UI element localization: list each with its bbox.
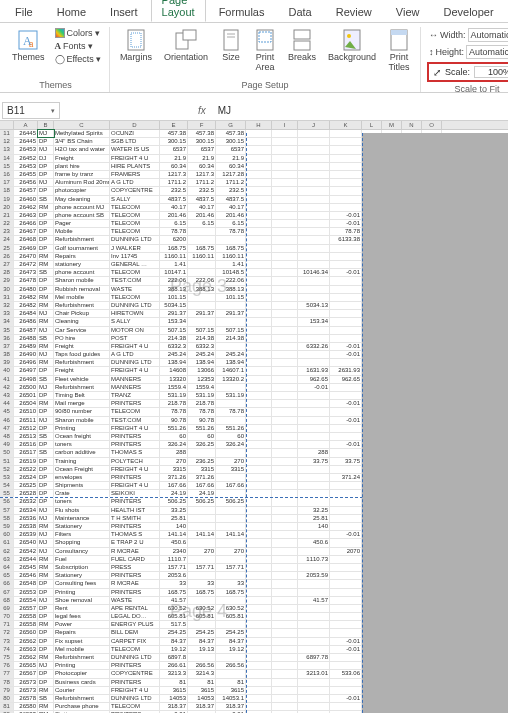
row-header[interactable]: 77 bbox=[0, 670, 14, 677]
cell[interactable] bbox=[272, 294, 298, 301]
cell[interactable] bbox=[330, 294, 362, 301]
cell[interactable]: 2053.59 bbox=[298, 572, 330, 579]
cell[interactable]: 41.57 bbox=[160, 597, 188, 604]
cell[interactable]: 78.78 bbox=[160, 408, 188, 415]
cell[interactable]: 26511 bbox=[14, 417, 38, 424]
cell[interactable]: Refurbishment bbox=[54, 359, 110, 366]
cell[interactable]: 551.26 bbox=[188, 425, 216, 432]
cell[interactable] bbox=[246, 589, 272, 596]
cell[interactable]: 1160.11 bbox=[160, 253, 188, 260]
row-header[interactable]: 45 bbox=[0, 408, 14, 415]
cell[interactable]: BILL DEM bbox=[110, 629, 160, 636]
cell[interactable]: 157.71 bbox=[216, 564, 246, 571]
cell[interactable]: 167.66 bbox=[160, 482, 188, 489]
cell[interactable] bbox=[298, 212, 330, 219]
cell[interactable]: 506.25 bbox=[160, 498, 188, 505]
cell[interactable]: 26500 bbox=[14, 384, 38, 391]
cell[interactable]: 6897.8 bbox=[160, 654, 188, 661]
cell[interactable] bbox=[246, 163, 272, 170]
cell[interactable]: 60 bbox=[216, 433, 246, 440]
cell[interactable]: DP bbox=[38, 638, 54, 645]
cell[interactable]: 26489 bbox=[14, 343, 38, 350]
cell[interactable]: CARPET FIX bbox=[110, 638, 160, 645]
cell[interactable] bbox=[246, 679, 272, 686]
cell[interactable]: 19.13 bbox=[188, 646, 216, 653]
row-header[interactable]: 17 bbox=[0, 179, 14, 186]
cell[interactable] bbox=[246, 441, 272, 448]
cell[interactable] bbox=[272, 703, 298, 710]
row-header[interactable]: 38 bbox=[0, 351, 14, 358]
cell[interactable]: 19.12 bbox=[160, 646, 188, 653]
cell[interactable]: RM bbox=[38, 204, 54, 211]
cell[interactable] bbox=[330, 629, 362, 636]
cell[interactable] bbox=[216, 621, 246, 628]
cell[interactable] bbox=[246, 376, 272, 383]
cell[interactable] bbox=[246, 474, 272, 481]
print-titles-button[interactable]: Print Titles bbox=[384, 27, 414, 75]
cell[interactable]: RM bbox=[38, 343, 54, 350]
cell[interactable]: 168.75 bbox=[160, 245, 188, 252]
cell[interactable]: 6332.3 bbox=[188, 343, 216, 350]
cell[interactable]: 26553 bbox=[14, 589, 38, 596]
cell[interactable] bbox=[298, 425, 330, 432]
row-header[interactable]: 21 bbox=[0, 212, 14, 219]
row-header[interactable]: 16 bbox=[0, 171, 14, 178]
cell[interactable]: 138.94 bbox=[160, 359, 188, 366]
cell[interactable] bbox=[298, 196, 330, 203]
cell[interactable]: RM bbox=[38, 359, 54, 366]
cell[interactable]: FREIGHT 4 U bbox=[110, 367, 160, 374]
cell[interactable]: 153.34 bbox=[160, 318, 188, 325]
row-header[interactable]: 54 bbox=[0, 482, 14, 489]
cell[interactable]: 84.37 bbox=[216, 638, 246, 645]
cell[interactable] bbox=[330, 384, 362, 391]
cell[interactable]: 14607.1 bbox=[216, 367, 246, 374]
cell[interactable] bbox=[216, 490, 246, 497]
cell[interactable]: 531.19 bbox=[160, 392, 188, 399]
cell[interactable]: 6200 bbox=[160, 236, 188, 243]
cell[interactable]: Fuel bbox=[54, 556, 110, 563]
cell[interactable]: 3615 bbox=[216, 687, 246, 694]
cell[interactable] bbox=[246, 253, 272, 260]
cell[interactable]: MJ bbox=[38, 417, 54, 424]
cell[interactable] bbox=[272, 212, 298, 219]
row-header[interactable]: 65 bbox=[0, 572, 14, 579]
cell[interactable]: RM bbox=[38, 621, 54, 628]
row-header[interactable]: 22 bbox=[0, 220, 14, 227]
cell[interactable] bbox=[330, 539, 362, 546]
cell[interactable]: 141.14 bbox=[188, 531, 216, 538]
cell[interactable]: MJ bbox=[38, 130, 54, 137]
cell[interactable] bbox=[298, 359, 330, 366]
cell[interactable]: 26457 bbox=[14, 187, 38, 194]
cell[interactable] bbox=[298, 621, 330, 628]
cell[interactable] bbox=[216, 670, 246, 677]
cell[interactable] bbox=[330, 392, 362, 399]
cell[interactable]: 26510 bbox=[14, 408, 38, 415]
tab-review[interactable]: Review bbox=[325, 2, 383, 22]
cell[interactable]: Golf tournament bbox=[54, 245, 110, 252]
cell[interactable] bbox=[272, 179, 298, 186]
cell[interactable]: 60.34 bbox=[188, 163, 216, 170]
cell[interactable]: 222.06 bbox=[188, 277, 216, 284]
cell[interactable] bbox=[272, 146, 298, 153]
cell[interactable]: 507.15 bbox=[188, 327, 216, 334]
cell[interactable] bbox=[272, 605, 298, 612]
row-header[interactable]: 29 bbox=[0, 277, 14, 284]
cell[interactable]: 1559.4 bbox=[160, 384, 188, 391]
cell[interactable] bbox=[298, 646, 330, 653]
cell[interactable] bbox=[188, 294, 216, 301]
cell[interactable]: 26539 bbox=[14, 531, 38, 538]
cell[interactable]: plant hire bbox=[54, 163, 110, 170]
cell[interactable]: 153.34 bbox=[298, 318, 330, 325]
cell[interactable] bbox=[246, 556, 272, 563]
cell[interactable]: 1217.3 bbox=[160, 171, 188, 178]
cell[interactable] bbox=[298, 286, 330, 293]
cell[interactable] bbox=[272, 531, 298, 538]
cell[interactable] bbox=[272, 335, 298, 342]
cell[interactable] bbox=[330, 687, 362, 694]
cell[interactable]: 388.13 bbox=[188, 286, 216, 293]
cell[interactable]: 1631.93 bbox=[298, 367, 330, 374]
row-header[interactable]: 81 bbox=[0, 703, 14, 710]
row-header[interactable]: 31 bbox=[0, 294, 14, 301]
cell[interactable]: 3615 bbox=[188, 687, 216, 694]
cell[interactable] bbox=[298, 146, 330, 153]
